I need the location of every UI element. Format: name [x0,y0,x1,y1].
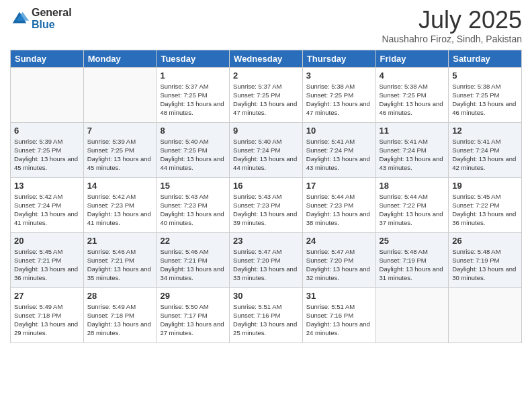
week-row-3: 13Sunrise: 5:42 AMSunset: 7:24 PMDayligh… [11,177,522,232]
day-info: Sunrise: 5:44 AMSunset: 7:23 PMDaylight:… [306,193,370,227]
table-row: 18Sunrise: 5:44 AMSunset: 7:22 PMDayligh… [375,177,449,232]
day-info: Sunrise: 5:45 AMSunset: 7:22 PMDaylight:… [452,193,516,227]
table-row: 5Sunrise: 5:38 AMSunset: 7:25 PMDaylight… [449,67,522,122]
day-info: Sunrise: 5:48 AMSunset: 7:19 PMDaylight:… [380,248,443,282]
logo-icon [10,9,29,28]
day-number: 13 [14,181,80,191]
day-info: Sunrise: 5:47 AMSunset: 7:20 PMDaylight:… [306,248,370,282]
day-number: 22 [160,236,226,246]
table-row: 24Sunrise: 5:47 AMSunset: 7:20 PMDayligh… [302,232,375,287]
title-block: July 2025 Naushahro Firoz, Sindh, Pakist… [382,7,522,44]
day-number: 5 [452,71,518,81]
day-number: 30 [233,291,299,301]
table-row: 22Sunrise: 5:46 AMSunset: 7:21 PMDayligh… [157,232,230,287]
table-row: 14Sunrise: 5:42 AMSunset: 7:23 PMDayligh… [83,177,157,232]
table-row: 8Sunrise: 5:40 AMSunset: 7:25 PMDaylight… [157,122,230,177]
logo-text: General Blue [32,7,72,30]
day-info: Sunrise: 5:41 AMSunset: 7:24 PMDaylight:… [452,138,516,172]
col-monday: Monday [83,50,157,67]
col-wednesday: Wednesday [230,50,303,67]
logo: General Blue [10,7,72,30]
logo-blue: Blue [32,19,72,31]
table-row: 11Sunrise: 5:41 AMSunset: 7:24 PMDayligh… [375,122,449,177]
day-number: 25 [380,236,445,246]
day-number: 21 [87,236,153,246]
table-row: 15Sunrise: 5:43 AMSunset: 7:23 PMDayligh… [157,177,230,232]
calendar-header-row: Sunday Monday Tuesday Wednesday Thursday… [11,50,522,67]
calendar: Sunday Monday Tuesday Wednesday Thursday… [10,50,522,343]
month-year: July 2025 [382,7,522,34]
day-info: Sunrise: 5:41 AMSunset: 7:24 PMDaylight:… [306,138,370,172]
day-number: 16 [233,181,299,191]
day-info: Sunrise: 5:39 AMSunset: 7:25 PMDaylight:… [14,138,78,172]
day-number: 15 [160,181,226,191]
col-thursday: Thursday [302,50,375,67]
table-row: 28Sunrise: 5:49 AMSunset: 7:18 PMDayligh… [83,287,157,342]
week-row-5: 27Sunrise: 5:49 AMSunset: 7:18 PMDayligh… [11,287,522,342]
week-row-2: 6Sunrise: 5:39 AMSunset: 7:25 PMDaylight… [11,122,522,177]
col-friday: Friday [375,50,449,67]
table-row: 6Sunrise: 5:39 AMSunset: 7:25 PMDaylight… [11,122,84,177]
day-number: 17 [306,181,372,191]
day-number: 24 [306,236,372,246]
location: Naushahro Firoz, Sindh, Pakistan [382,34,522,44]
table-row: 17Sunrise: 5:44 AMSunset: 7:23 PMDayligh… [302,177,375,232]
day-number: 11 [380,126,445,136]
day-info: Sunrise: 5:51 AMSunset: 7:16 PMDaylight:… [233,303,297,337]
day-info: Sunrise: 5:47 AMSunset: 7:20 PMDaylight:… [233,248,297,282]
day-number: 10 [306,126,372,136]
week-row-1: 1Sunrise: 5:37 AMSunset: 7:25 PMDaylight… [11,67,522,122]
day-number: 1 [160,71,226,81]
day-info: Sunrise: 5:41 AMSunset: 7:24 PMDaylight:… [380,138,443,172]
table-row: 30Sunrise: 5:51 AMSunset: 7:16 PMDayligh… [230,287,303,342]
day-number: 7 [87,126,153,136]
table-row: 19Sunrise: 5:45 AMSunset: 7:22 PMDayligh… [449,177,522,232]
col-tuesday: Tuesday [157,50,230,67]
table-row: 9Sunrise: 5:40 AMSunset: 7:24 PMDaylight… [230,122,303,177]
table-row: 27Sunrise: 5:49 AMSunset: 7:18 PMDayligh… [11,287,84,342]
day-info: Sunrise: 5:42 AMSunset: 7:23 PMDaylight:… [87,193,151,227]
table-row: 25Sunrise: 5:48 AMSunset: 7:19 PMDayligh… [375,232,449,287]
day-number: 31 [306,291,372,301]
table-row: 13Sunrise: 5:42 AMSunset: 7:24 PMDayligh… [11,177,84,232]
table-row: 31Sunrise: 5:51 AMSunset: 7:16 PMDayligh… [302,287,375,342]
day-info: Sunrise: 5:40 AMSunset: 7:24 PMDaylight:… [233,138,297,172]
table-row: 3Sunrise: 5:38 AMSunset: 7:25 PMDaylight… [302,67,375,122]
day-number: 18 [380,181,445,191]
day-info: Sunrise: 5:40 AMSunset: 7:25 PMDaylight:… [160,138,224,172]
table-row [11,67,84,122]
table-row: 29Sunrise: 5:50 AMSunset: 7:17 PMDayligh… [157,287,230,342]
page: General Blue July 2025 Naushahro Firoz, … [0,0,532,411]
day-number: 4 [380,71,445,81]
header: General Blue July 2025 Naushahro Firoz, … [10,7,522,44]
table-row: 1Sunrise: 5:37 AMSunset: 7:25 PMDaylight… [157,67,230,122]
day-info: Sunrise: 5:42 AMSunset: 7:24 PMDaylight:… [14,193,78,227]
day-info: Sunrise: 5:44 AMSunset: 7:22 PMDaylight:… [380,193,443,227]
day-info: Sunrise: 5:51 AMSunset: 7:16 PMDaylight:… [306,303,370,337]
day-info: Sunrise: 5:37 AMSunset: 7:25 PMDaylight:… [160,83,224,117]
day-info: Sunrise: 5:46 AMSunset: 7:21 PMDaylight:… [160,248,224,282]
table-row: 4Sunrise: 5:38 AMSunset: 7:25 PMDaylight… [375,67,449,122]
day-number: 26 [452,236,518,246]
day-info: Sunrise: 5:38 AMSunset: 7:25 PMDaylight:… [306,83,370,117]
day-number: 29 [160,291,226,301]
day-number: 12 [452,126,518,136]
day-number: 2 [233,71,299,81]
table-row: 10Sunrise: 5:41 AMSunset: 7:24 PMDayligh… [302,122,375,177]
table-row: 12Sunrise: 5:41 AMSunset: 7:24 PMDayligh… [449,122,522,177]
day-info: Sunrise: 5:38 AMSunset: 7:25 PMDaylight:… [380,83,443,117]
week-row-4: 20Sunrise: 5:45 AMSunset: 7:21 PMDayligh… [11,232,522,287]
col-sunday: Sunday [11,50,84,67]
day-number: 19 [452,181,518,191]
day-number: 6 [14,126,80,136]
table-row: 23Sunrise: 5:47 AMSunset: 7:20 PMDayligh… [230,232,303,287]
day-info: Sunrise: 5:39 AMSunset: 7:25 PMDaylight:… [87,138,151,172]
table-row [449,287,522,342]
day-number: 9 [233,126,299,136]
day-number: 27 [14,291,80,301]
day-info: Sunrise: 5:48 AMSunset: 7:19 PMDaylight:… [452,248,516,282]
day-number: 20 [14,236,80,246]
col-saturday: Saturday [449,50,522,67]
day-info: Sunrise: 5:49 AMSunset: 7:18 PMDaylight:… [87,303,151,337]
day-info: Sunrise: 5:43 AMSunset: 7:23 PMDaylight:… [233,193,297,227]
